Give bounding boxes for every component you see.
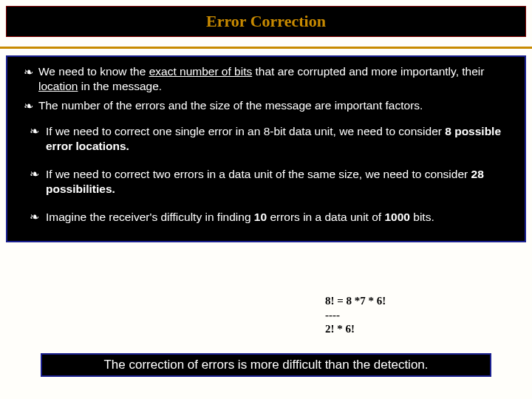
text-fragment: We need to know the [38, 65, 149, 78]
title-bar: Error Correction [6, 6, 526, 37]
flourish-icon: ❧ [30, 167, 46, 182]
bold-text: 1000 [384, 211, 409, 223]
flourish-icon: ❧ [18, 64, 38, 80]
sub-bullet-item: ❧ Imagine the receiver's difficulty in f… [30, 210, 514, 225]
flourish-icon: ❧ [30, 124, 46, 139]
text-fragment: errors in a data unit of [267, 211, 384, 223]
text-fragment: If we need to correct one single error i… [46, 125, 445, 137]
main-content-box: ❧ We need to know the exact number of bi… [6, 55, 526, 242]
underline-text: exact number of bits [149, 65, 253, 78]
bullet-text: The number of the errors and the size of… [38, 98, 514, 113]
text-fragment: that are corrupted and more importantly,… [252, 65, 484, 78]
sub-bullet-text: Imagine the receiver's difficulty in fin… [46, 210, 514, 225]
text-fragment: bits. [410, 211, 434, 223]
sub-bullet-text: If we need to correct two errors in a da… [46, 167, 514, 197]
flourish-icon: ❧ [30, 210, 46, 225]
slide-title: Error Correction [206, 12, 326, 31]
footer-text: The correction of errors is more difficu… [103, 358, 428, 372]
footer-bar: The correction of errors is more difficu… [41, 353, 491, 377]
calc-line: 8! = 8 *7 * 6! [325, 294, 386, 308]
text-fragment: Imagine the receiver's difficulty in fin… [46, 211, 254, 223]
bullet-text: We need to know the exact number of bits… [38, 64, 514, 94]
bold-text: 10 [254, 211, 267, 223]
calc-line: 2! * 6! [325, 322, 386, 336]
underline-text: location [38, 80, 78, 92]
sub-bullet-list: ❧ If we need to correct one single error… [30, 124, 514, 225]
calculation-note: 8! = 8 *7 * 6! ---- 2! * 6! [325, 294, 386, 336]
divider-line [0, 47, 532, 49]
bullet-item: ❧ We need to know the exact number of bi… [18, 64, 514, 94]
flourish-icon: ❧ [18, 98, 38, 114]
sub-bullet-item: ❧ If we need to correct two errors in a … [30, 167, 514, 197]
bullet-item: ❧ The number of the errors and the size … [18, 98, 514, 114]
sub-bullet-item: ❧ If we need to correct one single error… [30, 124, 514, 154]
calc-line: ---- [325, 308, 386, 322]
text-fragment: in the message. [78, 80, 162, 92]
text-fragment: If we need to correct two errors in a da… [46, 168, 471, 180]
sub-bullet-text: If we need to correct one single error i… [46, 124, 514, 154]
